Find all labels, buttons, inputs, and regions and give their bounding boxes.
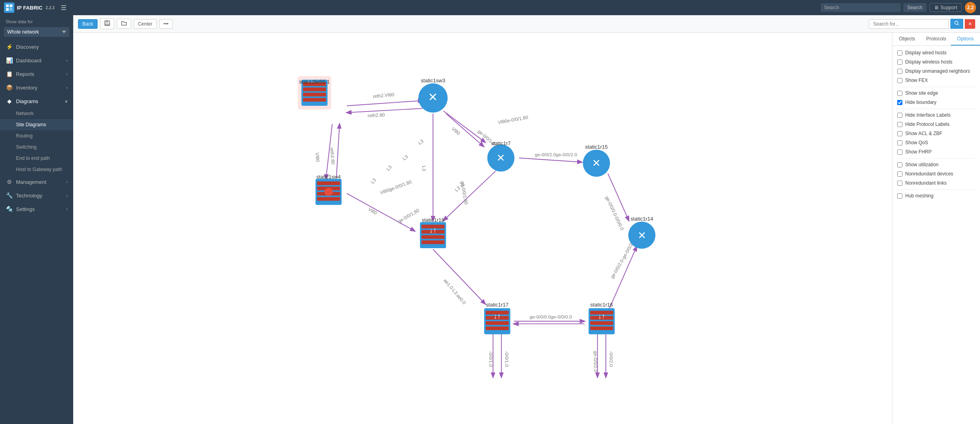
show-fex-checkbox[interactable] <box>897 78 902 83</box>
save-button[interactable] <box>100 18 114 29</box>
nonredundant-devices-checkbox[interactable] <box>897 171 902 177</box>
svg-line-8 <box>958 24 959 25</box>
nonredundant-links-label: Nonredundant links <box>905 180 946 186</box>
diagrams-icon: ◆ <box>6 98 13 104</box>
center-button[interactable]: Center <box>134 19 157 29</box>
user-avatar[interactable]: 2.2 <box>965 2 976 13</box>
sidebar-item-dashboard[interactable]: 📊 Dashboard › <box>0 54 73 67</box>
diagram-main: reth2.Vl80 reth2.80 Vl80 reth2.80 Vl80 <box>73 33 980 424</box>
node-r14[interactable]: ✕ <box>628 222 656 249</box>
options-tabs: Objects Protocols Options <box>892 33 980 46</box>
option-row-show-utilization: Show utilization <box>897 162 975 167</box>
diagram-canvas[interactable]: reth2.Vl80 reth2.80 Vl80 reth2.80 Vl80 <box>73 33 892 424</box>
diagram-search-clear-button[interactable]: ✕ <box>965 19 975 29</box>
svg-text:↓↑: ↓↑ <box>598 312 605 320</box>
option-row-show-site-edge: Show site edge <box>897 90 975 96</box>
hub-meshing-checkbox[interactable] <box>897 193 902 199</box>
option-row-nonredundant-devices: Nonredundant devices <box>897 171 975 177</box>
svg-text:✕: ✕ <box>428 91 438 104</box>
discovery-icon: ⚡ <box>6 44 13 50</box>
folder-button[interactable] <box>117 19 131 29</box>
header-search-input[interactable] <box>821 3 901 12</box>
svg-rect-39 <box>486 321 508 325</box>
more-button[interactable]: ••• <box>159 19 173 29</box>
chevron-right-icon: › <box>66 193 68 198</box>
edge-label: ge-0/0/1.80 <box>460 181 469 205</box>
sidebar-item-diagrams[interactable]: ◆ Diagrams ∨ <box>0 94 73 108</box>
tab-protocols[interactable]: Protocols <box>922 33 951 46</box>
sidebar-sub-item-site-diagrams[interactable]: Site Diagrams <box>0 119 73 130</box>
display-wired-hosts-checkbox[interactable] <box>897 50 902 56</box>
app-header: IP FABRIC 2.2.3 ☰ Search 🖥 Support 2.2 <box>0 0 980 15</box>
sidebar-sub-item-host-to-gateway[interactable]: Host to Gateway path <box>0 164 73 175</box>
edge-label: reth2.80 <box>368 112 385 118</box>
node-r7[interactable]: ✕ <box>487 144 514 171</box>
hide-boundary-checkbox[interactable] <box>897 100 902 105</box>
hide-protocol-labels-checkbox[interactable] <box>897 122 902 127</box>
display-wired-hosts-label: Display wired hosts <box>905 50 946 56</box>
show-qos-label: Show QoS <box>905 140 928 145</box>
diagram-search-input[interactable] <box>869 19 949 29</box>
sub-item-label: Routing <box>16 133 32 139</box>
svg-text:↓↑: ↓↑ <box>494 312 501 320</box>
svg-text:✕: ✕ <box>638 229 646 241</box>
nonredundant-links-checkbox[interactable] <box>897 181 902 186</box>
divider-3 <box>897 158 975 159</box>
svg-rect-19 <box>317 181 340 185</box>
diagram-search-area: ✕ <box>869 19 975 29</box>
sidebar-sub-item-end-to-end[interactable]: End to end path <box>0 153 73 164</box>
node-r18[interactable]: ↓↑ <box>420 222 446 248</box>
network-diagram-svg: reth2.Vl80 reth2.80 Vl80 reth2.80 Vl80 <box>73 33 892 424</box>
hide-interface-labels-label: Hide Interface Labels <box>905 112 950 118</box>
header-search-button[interactable]: Search <box>903 3 926 12</box>
main-container: Show data for Whole network ⚡ Discovery … <box>0 15 980 424</box>
hamburger-icon[interactable]: ☰ <box>61 4 66 12</box>
node-r15[interactable]: ✕ <box>583 149 610 177</box>
svg-rect-22 <box>317 197 340 201</box>
sidebar-sub-item-routing[interactable]: Routing <box>0 130 73 141</box>
tab-objects[interactable]: Objects <box>892 33 922 46</box>
reports-icon: 📋 <box>6 71 13 77</box>
node-sw4[interactable] <box>316 179 342 205</box>
tab-options[interactable]: Options <box>951 33 980 46</box>
support-button[interactable]: 🖥 Support <box>930 3 962 12</box>
show-acl-zbf-checkbox[interactable] <box>897 131 902 136</box>
sidebar-item-discovery[interactable]: ⚡ Discovery <box>0 40 73 54</box>
node-r17[interactable]: ↓↑ <box>484 308 510 334</box>
svg-rect-12 <box>303 88 326 91</box>
hide-boundary-label: Hide boundary <box>905 100 936 105</box>
svg-rect-0 <box>6 4 9 7</box>
show-utilization-checkbox[interactable] <box>897 162 902 167</box>
edge-r7-r18 <box>444 171 496 221</box>
option-row-nonredundant-links: Nonredundant links <box>897 180 975 186</box>
option-row-display-wireless-hosts: Display wireless hosts <box>897 59 975 65</box>
hide-interface-labels-checkbox[interactable] <box>897 113 902 118</box>
node-r16[interactable]: ↓↑ <box>588 308 614 334</box>
edge-label: L3 <box>422 166 427 171</box>
option-row-show-qos: Show QoS <box>897 140 975 145</box>
sidebar-item-settings[interactable]: 🔩 Settings › <box>0 202 73 216</box>
sidebar-item-inventory[interactable]: 📦 Inventory › <box>0 81 73 94</box>
sidebar-sub-item-switching[interactable]: Switching <box>0 141 73 153</box>
back-button[interactable]: Back <box>78 19 98 29</box>
sidebar-item-technology[interactable]: 🔧 Technology › <box>0 189 73 202</box>
logo-area: IP FABRIC 2.2.3 <box>4 2 54 13</box>
sidebar-item-reports[interactable]: 📋 Reports › <box>0 67 73 81</box>
chevron-down-icon: ∨ <box>65 99 68 104</box>
network-dropdown[interactable]: Whole network <box>4 27 69 37</box>
show-site-edge-label: Show site edge <box>905 90 938 96</box>
inventory-icon: 📦 <box>6 84 13 91</box>
edge-label: Vl80 <box>315 152 321 162</box>
node-label-r18: static1r18 <box>422 217 444 223</box>
display-wireless-hosts-checkbox[interactable] <box>897 60 902 65</box>
sidebar-sub-item-network[interactable]: Network <box>0 108 73 119</box>
show-qos-checkbox[interactable] <box>897 140 902 145</box>
show-site-edge-checkbox[interactable] <box>897 91 902 96</box>
node-sw3[interactable]: ✕ <box>418 84 448 113</box>
sidebar-item-management[interactable]: ⚙ Management › <box>0 175 73 189</box>
edge-label: ge-0/0/0.0-0/0/0.0 <box>604 195 625 231</box>
sidebar-item-label: Management <box>16 179 46 185</box>
display-unmanaged-checkbox[interactable] <box>897 69 902 74</box>
show-fhrp-checkbox[interactable] <box>897 149 902 155</box>
diagram-search-button[interactable] <box>950 19 963 29</box>
